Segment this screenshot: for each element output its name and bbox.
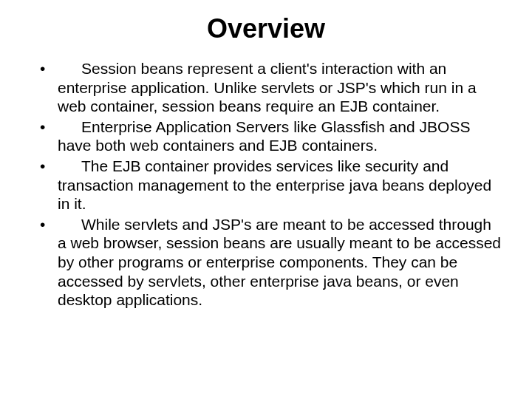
page-title: Overview bbox=[22, 13, 510, 44]
bullet-list: Session beans represent a client's inter… bbox=[22, 59, 510, 310]
list-item: The EJB container provides services like… bbox=[40, 157, 502, 214]
slide: Overview Session beans represent a clien… bbox=[0, 0, 532, 399]
list-item: Enterprise Application Servers like Glas… bbox=[40, 117, 502, 155]
list-item: Session beans represent a client's inter… bbox=[40, 59, 502, 116]
bullet-text: The EJB container provides services like… bbox=[58, 157, 491, 212]
bullet-text: Enterprise Application Servers like Glas… bbox=[58, 118, 470, 154]
bullet-text: Session beans represent a client's inter… bbox=[58, 60, 477, 115]
bullet-text: While servlets and JSP's are meant to be… bbox=[58, 216, 501, 308]
list-item: While servlets and JSP's are meant to be… bbox=[40, 215, 502, 310]
